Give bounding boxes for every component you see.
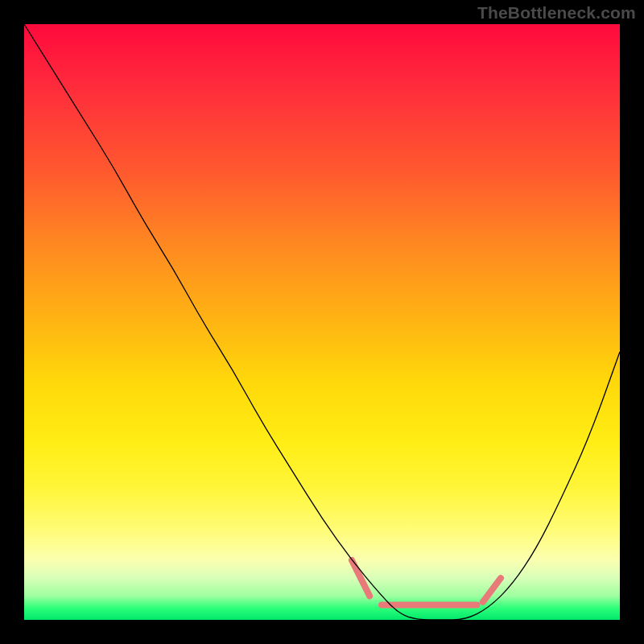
bottleneck-curve	[24, 24, 620, 620]
curve-layer	[24, 24, 620, 620]
chart-frame: TheBottleneck.com	[0, 0, 644, 644]
marker-band-group	[352, 560, 501, 605]
plot-area	[24, 24, 620, 620]
watermark-text: TheBottleneck.com	[477, 3, 636, 23]
